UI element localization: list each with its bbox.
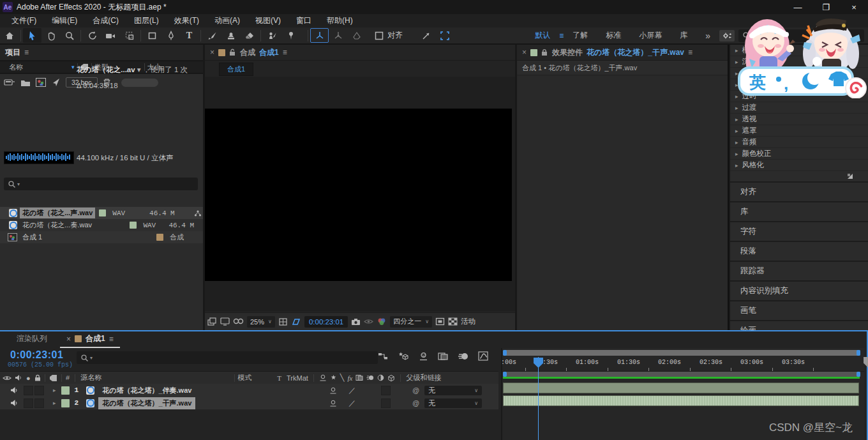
switch-adjustment-icon[interactable] <box>377 374 384 381</box>
switch-quality-icon[interactable]: ╲ <box>340 374 345 382</box>
audio-speaker-icon[interactable] <box>10 399 19 407</box>
work-area-start-handle[interactable] <box>503 372 507 377</box>
comp-marker-bin-icon[interactable] <box>864 357 868 367</box>
layer-name-selected[interactable]: 花の塔（花之塔）_干声.wav <box>98 397 195 409</box>
pan-behind-tool-icon[interactable] <box>120 28 138 43</box>
project-row-comp[interactable]: 合成 1 合成 <box>0 231 203 243</box>
column-name[interactable]: 名称 <box>9 63 23 72</box>
show-channel-icon[interactable] <box>377 317 387 326</box>
solo-toggle[interactable] <box>24 398 33 408</box>
close-tab-icon[interactable]: × <box>522 48 527 57</box>
effects-category[interactable]: ▸颜色校正 <box>730 148 868 160</box>
motion-blur-icon[interactable] <box>458 352 468 361</box>
toolbar-search-input[interactable] <box>738 29 864 42</box>
audio-speaker-icon[interactable] <box>15 374 22 381</box>
column-trkmat[interactable]: TrkMat <box>287 374 308 382</box>
timeline-search-input[interactable]: ▾ <box>77 351 378 364</box>
eraser-tool-icon[interactable] <box>240 28 258 43</box>
pick-whip-icon[interactable]: @ <box>412 386 419 394</box>
layer-row-1[interactable]: ▸ 1 花の塔（花之塔）_伴奏.wav ／ @ 无 ∨ <box>0 384 498 397</box>
frame-blending-icon[interactable] <box>438 352 448 361</box>
effects-category[interactable]: ▸风格化 <box>730 160 868 171</box>
restore-button[interactable]: ❐ <box>812 0 840 14</box>
tab-brushes[interactable]: 画笔 <box>730 301 868 321</box>
zoom-handle-right[interactable] <box>857 350 860 356</box>
camera-tool-icon[interactable] <box>101 28 120 43</box>
fxctl-label-swatch[interactable] <box>530 49 537 56</box>
label-swatch-tan[interactable] <box>156 234 163 241</box>
lock-icon[interactable] <box>541 49 548 56</box>
effects-category[interactable]: ▸过时 <box>730 91 868 102</box>
workspace-settings-icon[interactable] <box>719 30 735 42</box>
switch-motion-blur-icon[interactable] <box>366 374 374 381</box>
viewer-tab-comp1[interactable]: 合成1 <box>219 63 253 76</box>
workspace-learn[interactable]: 了解 <box>564 30 597 41</box>
tab-libraries[interactable]: 库 <box>730 202 868 222</box>
effects-category[interactable]: ▸过渡 <box>730 102 868 114</box>
new-composition-icon[interactable] <box>36 78 46 87</box>
audio-layer-bar-1[interactable] <box>503 383 859 393</box>
quality-toggle[interactable]: ／ <box>348 398 355 408</box>
audio-layer-bar-2[interactable] <box>503 395 859 406</box>
expander-icon[interactable]: ▸ <box>53 387 56 393</box>
effects-category[interactable]: ▸表达式控制 <box>730 79 868 91</box>
project-row-vocal[interactable]: 花の塔（花之...声.wav WAV 46.4 M <box>0 207 203 219</box>
brush-tool-icon[interactable] <box>203 28 221 43</box>
lock-toggle[interactable] <box>34 398 44 408</box>
minimize-button[interactable]: — <box>784 0 812 14</box>
column-parent-link[interactable]: 父级和链接 <box>406 373 441 383</box>
type-tool-icon[interactable]: T <box>180 28 198 43</box>
comp-panel-menu-icon[interactable]: ≡ <box>283 48 287 57</box>
switch-3d-icon[interactable] <box>387 374 395 382</box>
timeline-panel-menu-icon[interactable]: ≡ <box>109 335 114 344</box>
new-folder-icon[interactable] <box>20 79 31 87</box>
axis-view-icon[interactable] <box>347 28 366 43</box>
graph-editor-icon[interactable] <box>478 351 488 361</box>
pen-tool-icon[interactable] <box>161 28 180 43</box>
zoom-tool-icon[interactable] <box>60 28 79 43</box>
close-tab-icon[interactable]: × <box>210 48 214 57</box>
transparency-grid-icon[interactable] <box>448 317 458 326</box>
puppet-pin-tool-icon[interactable] <box>281 28 300 43</box>
menu-file[interactable]: 文件(F) <box>4 14 44 27</box>
effect-toggle[interactable] <box>381 398 391 408</box>
snapshot-camera-icon[interactable] <box>351 318 361 326</box>
close-tab-icon[interactable]: × <box>66 335 71 344</box>
workspace-menu-icon[interactable]: ≡ <box>559 31 564 40</box>
home-icon[interactable] <box>0 28 19 43</box>
project-search-input[interactable]: ▾ <box>4 178 198 190</box>
tab-timeline-comp1[interactable]: × 合成1 ≡ <box>60 331 120 348</box>
audio-speaker-icon[interactable] <box>10 386 19 394</box>
current-timecode[interactable]: 0:00:23:01 <box>10 349 63 361</box>
show-snapshot-eye-icon[interactable] <box>364 318 373 325</box>
mask-visibility-icon[interactable] <box>291 317 301 326</box>
project-row-accompaniment[interactable]: 花の塔（花之...奏.wav WAV 46.4 M <box>0 219 203 231</box>
layer-name[interactable]: 花の塔（花之塔）_伴奏.wav <box>98 384 195 397</box>
roto-brush-tool-icon[interactable] <box>263 28 281 43</box>
close-button[interactable]: × <box>840 0 868 14</box>
effects-category[interactable]: ▸遮罩 <box>730 125 868 137</box>
pick-whip-icon[interactable]: @ <box>412 399 419 407</box>
menu-composition[interactable]: 合成(C) <box>85 14 126 27</box>
tab-align[interactable]: 对齐 <box>730 183 868 202</box>
tab-content-aware-fill[interactable]: 内容识别填充 <box>730 282 868 301</box>
fxctl-panel-menu-icon[interactable]: ≡ <box>688 48 692 57</box>
region-of-interest-icon[interactable] <box>435 317 445 326</box>
horizontal-scrollbar[interactable] <box>503 350 860 356</box>
tab-effect-controls[interactable]: 效果控件 <box>552 47 583 58</box>
selection-tool-icon[interactable] <box>23 28 41 43</box>
menu-view[interactable]: 视图(V) <box>248 14 288 27</box>
comp-label-swatch[interactable] <box>218 49 225 56</box>
mini-flowchart-icon[interactable] <box>378 352 389 361</box>
always-preview-icon[interactable] <box>207 317 217 326</box>
effects-category[interactable]: ▸模糊和锐化 <box>730 45 868 56</box>
bounding-box-icon[interactable] <box>435 28 454 43</box>
quality-toggle[interactable]: ／ <box>348 386 355 395</box>
column-source-name[interactable]: 源名称 <box>80 373 101 383</box>
primary-viewer-icon[interactable] <box>220 317 230 326</box>
layer-label-swatch[interactable] <box>61 386 70 395</box>
axis-world-icon[interactable] <box>329 28 347 43</box>
work-area-bar[interactable] <box>503 372 860 377</box>
menu-layer[interactable]: 图层(L) <box>126 14 167 27</box>
comp-name[interactable]: 合成1 <box>259 47 279 58</box>
